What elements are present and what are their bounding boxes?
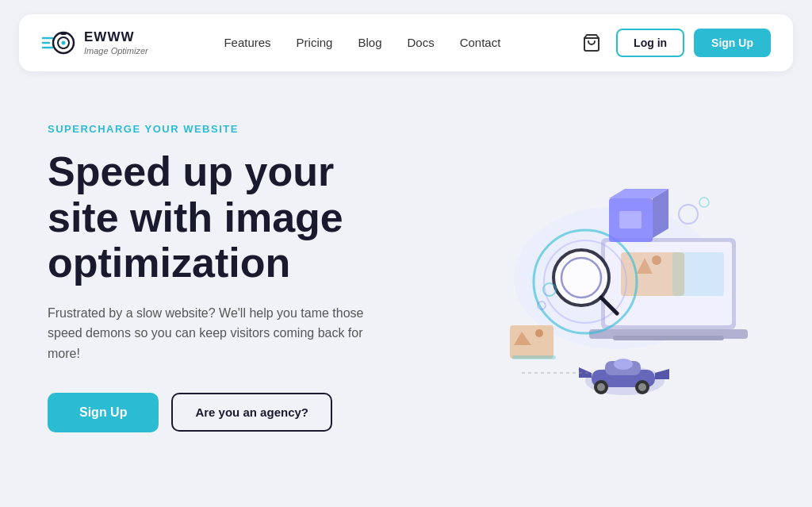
signup-hero-button[interactable]: Sign Up [48,393,159,432]
svg-point-13 [652,255,661,265]
hero-section: SUPERCHARGE YOUR WEBSITE Speed up your s… [0,71,812,452]
agency-button[interactable]: Are you an agency? [171,393,332,432]
hero-heading: Speed up your site with image optimizati… [48,149,406,286]
nav-link-features[interactable]: Features [224,36,270,49]
cart-svg [582,33,601,52]
svg-point-5 [62,41,66,45]
nav-link-blog[interactable]: Blog [358,36,381,49]
svg-rect-15 [613,336,724,340]
nav-item-features[interactable]: Features [224,36,270,50]
signup-nav-button[interactable]: Sign Up [694,29,771,57]
cart-icon[interactable] [576,28,607,58]
nav-item-blog[interactable]: Blog [358,36,381,50]
svg-rect-16 [672,252,724,296]
navbar: EWWW Image Optimizer Features Pricing Bl… [19,14,793,71]
svg-point-44 [679,205,698,224]
svg-point-37 [638,383,646,391]
nav-link-contact[interactable]: Contact [460,36,501,49]
hero-left: SUPERCHARGE YOUR WEBSITE Speed up your s… [48,123,406,432]
svg-point-38 [614,359,633,370]
svg-marker-39 [655,369,669,379]
nav-links: Features Pricing Blog Docs Contact [224,36,500,50]
svg-point-35 [597,383,605,391]
login-button[interactable]: Log in [616,29,684,57]
svg-point-29 [535,329,543,337]
nav-right: Log in Sign Up [576,28,771,58]
nav-item-docs[interactable]: Docs [408,36,435,50]
nav-link-pricing[interactable]: Pricing [297,36,333,49]
nav-item-contact[interactable]: Contact [460,36,501,50]
hero-heading-line2: site with image [48,194,343,240]
hero-buttons: Sign Up Are you an agency? [48,393,406,432]
svg-rect-6 [60,32,67,35]
hero-heading-line3: optimization [48,240,290,286]
logo-text: EWWW Image Optimizer [84,29,148,56]
nav-item-pricing[interactable]: Pricing [297,36,333,50]
logo-icon [41,25,76,60]
hero-tagline: SUPERCHARGE YOUR WEBSITE [48,123,406,135]
hero-description: Frustrated by a slow website? We'll help… [48,303,389,364]
nav-link-docs[interactable]: Docs [408,36,435,49]
svg-point-45 [699,198,709,207]
hero-illustration [419,135,752,421]
logo-subtitle: Image Optimizer [84,46,148,56]
logo-area: EWWW Image Optimizer [41,25,148,60]
svg-rect-30 [512,355,556,359]
svg-rect-26 [619,211,642,229]
hero-heading-line1: Speed up your [48,148,334,194]
logo-title: EWWW [84,29,148,45]
hero-right [406,119,764,436]
